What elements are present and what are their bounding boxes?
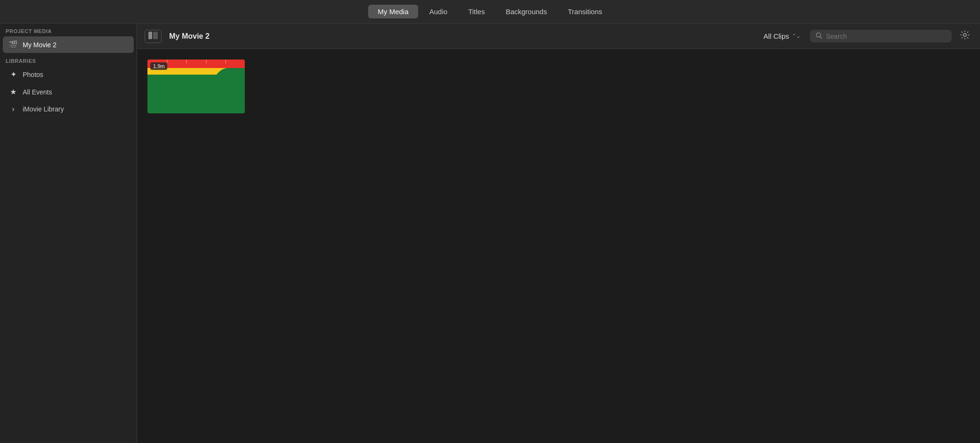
tab-audio[interactable]: Audio xyxy=(420,5,457,18)
timeline-tick xyxy=(206,60,206,63)
film-icon: 🎬 xyxy=(9,40,18,49)
all-events-icon: ★ xyxy=(9,87,18,96)
tab-my-media[interactable]: My Media xyxy=(368,5,418,18)
tab-titles[interactable]: Titles xyxy=(459,5,494,18)
sidebar-toggle-icon xyxy=(148,32,158,41)
sidebar-toggle-button[interactable] xyxy=(145,30,162,43)
timeline-tick xyxy=(225,60,226,63)
clip-item[interactable]: 1.9m xyxy=(146,59,246,114)
sidebar-item-photos[interactable]: ✦ Photos xyxy=(3,66,134,83)
tab-transitions[interactable]: Transitions xyxy=(559,5,612,18)
content-area: PROJECT MEDIA 🎬 My Movie 2 LIBRARIES ✦ P… xyxy=(0,24,980,443)
project-media-header: PROJECT MEDIA xyxy=(0,24,137,36)
clip-green-curve xyxy=(212,68,245,113)
top-navigation: My Media Audio Titles Backgrounds Transi… xyxy=(0,0,980,24)
svg-rect-0 xyxy=(148,32,152,39)
chevron-updown-icon: ⌃⌄ xyxy=(792,33,800,39)
sidebar-item-label: iMovie Library xyxy=(23,105,64,113)
sidebar-item-label: My Movie 2 xyxy=(23,41,57,49)
search-icon xyxy=(816,32,822,40)
clip-timeline-markers xyxy=(147,60,245,61)
sidebar-item-my-movie-2[interactable]: 🎬 My Movie 2 xyxy=(3,36,134,53)
chevron-right-icon: › xyxy=(9,105,18,113)
sidebar-item-label: Photos xyxy=(23,71,43,78)
clip-duration-badge: 1.9m xyxy=(150,62,167,70)
toolbar: My Movie 2 All Clips ⌃⌄ xyxy=(137,24,980,49)
svg-line-3 xyxy=(820,37,822,39)
toolbar-right: All Clips ⌃⌄ xyxy=(760,29,972,44)
svg-rect-1 xyxy=(153,32,158,39)
main-content: My Movie 2 All Clips ⌃⌄ xyxy=(137,24,980,443)
tab-backgrounds[interactable]: Backgrounds xyxy=(496,5,557,18)
sidebar-item-label: All Events xyxy=(23,88,52,96)
libraries-header: LIBRARIES xyxy=(0,53,137,66)
sidebar-item-all-events[interactable]: ★ All Events xyxy=(3,84,134,100)
search-input[interactable] xyxy=(826,33,946,40)
svg-point-4 xyxy=(963,34,966,36)
sidebar-item-imovie-library[interactable]: › iMovie Library xyxy=(3,101,134,117)
media-grid: 1.9m xyxy=(137,49,980,443)
clips-filter-dropdown[interactable]: All Clips ⌃⌄ xyxy=(760,30,804,42)
timeline-tick xyxy=(186,60,187,63)
settings-button[interactable] xyxy=(957,29,972,44)
sidebar: PROJECT MEDIA 🎬 My Movie 2 LIBRARIES ✦ P… xyxy=(0,24,137,443)
clip-video-inner: 1.9m xyxy=(147,60,245,113)
toolbar-title: My Movie 2 xyxy=(169,32,752,41)
clips-filter-label: All Clips xyxy=(764,32,789,40)
photos-icon: ✦ xyxy=(9,70,18,79)
clip-video-thumbnail[interactable]: 1.9m xyxy=(146,59,246,114)
search-box xyxy=(810,30,952,43)
gear-icon xyxy=(960,30,970,42)
